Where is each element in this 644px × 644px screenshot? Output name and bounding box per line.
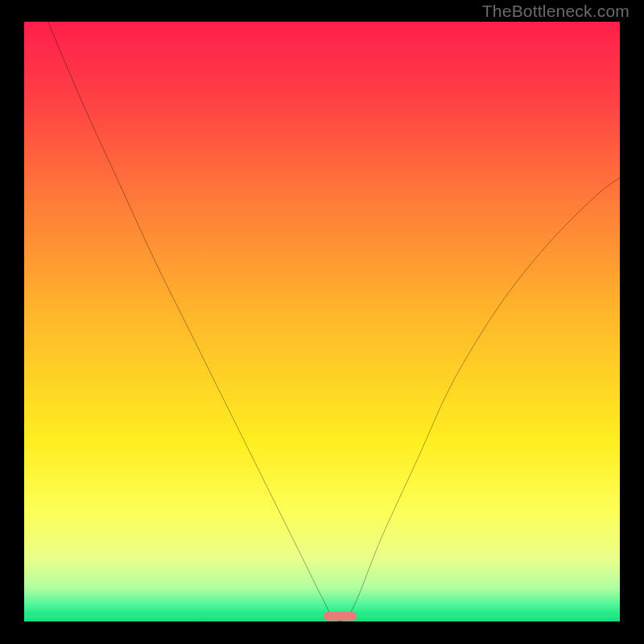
watermark-text: TheBottleneck.com (482, 2, 630, 21)
optimal-marker (324, 612, 357, 621)
chart-frame (12, 19, 632, 639)
plot-area (24, 22, 620, 621)
bottleneck-curve (24, 22, 620, 621)
